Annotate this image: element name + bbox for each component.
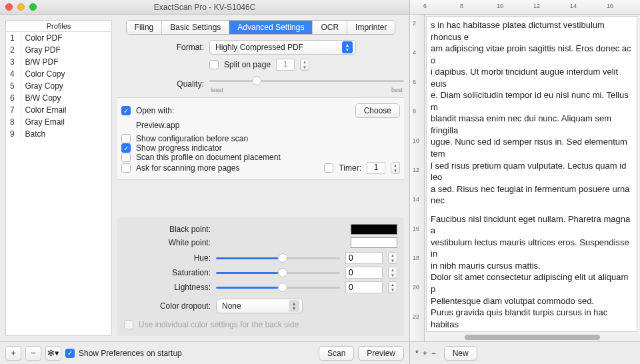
star-button[interactable]: *: [415, 349, 419, 358]
profile-row[interactable]: 6B/W Copy: [6, 92, 111, 104]
blackpoint-label: Black point:: [124, 225, 211, 234]
add-profile-button[interactable]: +: [5, 346, 21, 361]
ruler-vertical: 246810121416182022: [410, 15, 425, 341]
chevron-updown-icon: ▲▼: [342, 41, 353, 53]
lightness-value[interactable]: [345, 281, 383, 293]
openwith-label: Open with:: [136, 106, 174, 115]
show-config-checkbox[interactable]: [121, 134, 131, 143]
dropout-label: Color dropout:: [124, 301, 211, 311]
profile-row[interactable]: 1Color PDF: [6, 32, 111, 44]
timer-checkbox[interactable]: [324, 163, 333, 173]
format-select[interactable]: Highly Compressed PDF ▲▼: [209, 40, 356, 55]
hue-label: Hue:: [124, 253, 211, 263]
split-value[interactable]: 1: [276, 59, 295, 71]
exactscan-window: ExactScan Pro - KV-S1046C Profiles 1Colo…: [0, 0, 410, 364]
titlebar: ExactScan Pro - KV-S1046C: [0, 0, 409, 15]
tab-imprinter[interactable]: Imprinter: [347, 21, 395, 34]
tab-filing[interactable]: Filing: [127, 21, 163, 34]
format-value: Highly Compressed PDF: [215, 43, 303, 52]
profile-row[interactable]: 8Gray Email: [6, 116, 111, 128]
profile-row[interactable]: 9Batch: [6, 128, 111, 140]
ask-more-checkbox[interactable]: [121, 163, 131, 173]
scan-button[interactable]: Scan: [319, 346, 354, 361]
show-progress-checkbox[interactable]: [121, 143, 131, 153]
hue-value[interactable]: [345, 252, 383, 264]
hue-stepper[interactable]: ▲▼: [388, 252, 397, 264]
remove-page-button[interactable]: −: [431, 349, 436, 358]
preview-window: 6810121416 246810121416182022 s in hac h…: [410, 0, 640, 364]
profile-row[interactable]: 7Color Email: [6, 104, 111, 116]
tab-bar: FilingBasic SettingsAdvanced SettingsOCR…: [117, 20, 404, 35]
preview-button[interactable]: Preview: [358, 346, 404, 361]
saturation-slider[interactable]: [216, 267, 340, 279]
profile-row[interactable]: 3B/W PDF: [6, 56, 111, 68]
window-title: ExactScan Pro - KV-S1046C: [0, 3, 409, 12]
tab-advanced-settings[interactable]: Advanced Settings: [229, 21, 313, 34]
whitepoint-swatch[interactable]: [351, 237, 397, 248]
split-label: Split on page: [224, 60, 271, 69]
scan-placement-label: Scan this profile on document placement: [136, 153, 281, 162]
chevron-updown-icon: ▲▼: [289, 300, 299, 312]
split-checkbox[interactable]: [209, 60, 219, 69]
timer-value[interactable]: 1: [367, 162, 385, 174]
split-stepper[interactable]: ▲▼: [300, 59, 309, 71]
preview-footer: * + − New: [410, 341, 640, 364]
ruler-horizontal: 6810121416: [410, 0, 640, 15]
quality-min: least: [211, 87, 223, 93]
openwith-checkbox[interactable]: [121, 106, 131, 115]
add-page-button[interactable]: +: [423, 349, 427, 358]
whitepoint-label: White point:: [124, 238, 211, 247]
timer-label: Timer:: [339, 163, 361, 173]
new-button[interactable]: New: [444, 346, 477, 361]
profiles-panel: Profiles 1Color PDF2Gray PDF3B/W PDF4Col…: [5, 20, 112, 336]
show-progress-label: Show progress indicator: [136, 143, 222, 153]
profile-row[interactable]: 4Color Copy: [6, 68, 111, 80]
quality-label: Quality:: [117, 79, 204, 89]
quality-max: best: [391, 87, 403, 93]
show-prefs-label: Show Preferences on startup: [79, 349, 182, 358]
profile-row[interactable]: 2Gray PDF: [6, 44, 111, 56]
scan-placement-checkbox[interactable]: [121, 153, 131, 162]
saturation-value[interactable]: [345, 267, 383, 279]
individual-color-label: Use individual color settings for the ba…: [139, 320, 299, 329]
color-section: Black point: White point: Hue: ▲▼ Satura…: [117, 217, 404, 336]
saturation-label: Saturation:: [124, 268, 211, 277]
format-label: Format:: [117, 43, 204, 52]
hue-slider[interactable]: [216, 252, 340, 264]
scrollbar-horizontal[interactable]: [465, 335, 600, 340]
quality-slider[interactable]: [209, 75, 404, 87]
timer-stepper[interactable]: ▲▼: [391, 162, 400, 174]
blackpoint-swatch[interactable]: [351, 224, 397, 235]
lightness-label: Lightness:: [124, 283, 211, 292]
tab-ocr[interactable]: OCR: [313, 21, 347, 34]
saturation-stepper[interactable]: ▲▼: [388, 267, 397, 279]
lightness-stepper[interactable]: ▲▼: [388, 281, 397, 293]
footer-bar: + − ✻▾ Show Preferences on startup Scan …: [0, 341, 409, 364]
show-config-label: Show configuration before scan: [136, 134, 248, 143]
show-prefs-checkbox[interactable]: [65, 349, 75, 358]
profiles-header: Profiles: [5, 20, 112, 32]
document-preview[interactable]: s in hac habitasse platea dictumst vesti…: [425, 15, 640, 341]
gear-icon[interactable]: ✻▾: [45, 346, 61, 361]
profiles-list[interactable]: 1Color PDF2Gray PDF3B/W PDF4Color Copy5G…: [5, 32, 112, 336]
lightness-slider[interactable]: [216, 281, 340, 293]
dropout-value: None: [222, 301, 241, 311]
profile-row[interactable]: 5Gray Copy: [6, 80, 111, 92]
openwith-app: Preview.app: [121, 118, 400, 134]
tab-basic-settings[interactable]: Basic Settings: [162, 21, 229, 34]
choose-button[interactable]: Choose: [355, 103, 400, 118]
remove-profile-button[interactable]: −: [25, 346, 41, 361]
dropout-select[interactable]: None ▲▼: [216, 299, 303, 313]
ask-more-label: Ask for scanning more pages: [136, 163, 239, 173]
individual-color-checkbox: [124, 320, 133, 329]
